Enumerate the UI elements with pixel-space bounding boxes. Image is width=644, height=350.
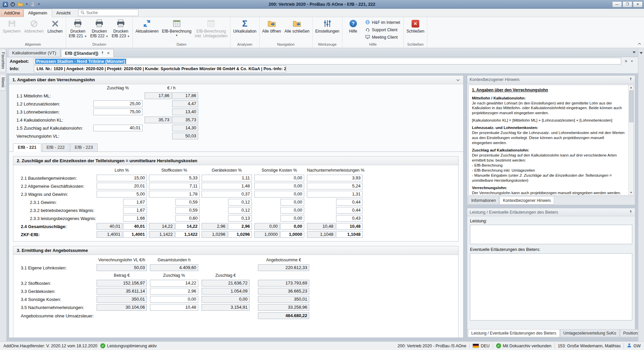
percent-input[interactable]: 5,24 <box>307 183 363 189</box>
tab-ansicht[interactable]: Ansicht <box>52 9 75 17</box>
hf-internet-button[interactable]: H&F im Internet <box>363 19 402 26</box>
percent-input[interactable]: 2,96 <box>150 288 198 295</box>
print-efb221-button[interactable]: Drucken EfB 221 ▼ <box>67 18 89 42</box>
print-efb222-button[interactable]: Drucken EfB 222 ▼ <box>89 18 110 42</box>
expand-all-button[interactable]: Alle öffnen <box>261 18 283 42</box>
erlaeuterungen-textarea[interactable] <box>470 253 632 320</box>
settings-button[interactable]: Einstellungen <box>314 18 341 42</box>
percent-input[interactable]: 1,67 <box>123 207 147 214</box>
collapse-ribbon-icon[interactable] <box>638 41 641 46</box>
tab-efb-223[interactable]: EfB - 223 <box>70 143 98 151</box>
scroll-down-icon[interactable]: ▼ <box>629 190 634 195</box>
tab-efb-standard[interactable]: EfB ([Standard]) ✕ <box>61 49 114 57</box>
german-flag-icon[interactable] <box>473 344 479 348</box>
scroll-up-icon[interactable]: ▲ <box>629 85 634 90</box>
refresh-quick-icon[interactable] <box>10 2 15 7</box>
tab-efb-222[interactable]: EfB - 222 <box>42 143 69 151</box>
percent-input[interactable]: 0,00 <box>280 199 304 206</box>
tab-informationen[interactable]: Informationen <box>468 197 499 205</box>
meeting-client-button[interactable]: Meeting Client <box>363 34 402 41</box>
close-form-button[interactable]: ✕ Schließen <box>405 18 426 42</box>
ribbon-search[interactable] <box>78 9 139 16</box>
percent-input[interactable]: 1,78 <box>149 191 200 198</box>
percent-input[interactable]: 1,48 <box>202 183 252 189</box>
percent-input[interactable]: 3,93 <box>307 175 363 181</box>
zuschlag-kl-input[interactable]: 40,01 <box>93 125 143 131</box>
percent-input[interactable]: 7,11 <box>149 183 200 189</box>
percent-input[interactable]: 0,13 <box>228 215 252 222</box>
tab-umlagezeilenverteilung[interactable]: Umlagezeilenverteilung SoKo <box>560 330 620 337</box>
collapse-section-icon[interactable] <box>456 77 460 82</box>
percent-input[interactable]: 0,43 <box>336 215 363 222</box>
percent-input[interactable]: 0,00 <box>280 207 304 214</box>
open-folder-icon[interactable] <box>17 2 23 6</box>
percent-input[interactable]: 0,00 <box>254 175 304 181</box>
percent-input[interactable]: 5,33 <box>149 175 200 181</box>
tab-efb-221[interactable]: EfB - 221 <box>13 143 41 152</box>
field-label: 1.3 Lohnnebenkosten: <box>9 110 93 115</box>
angebot-dropdown-icon[interactable]: ▼ <box>631 60 633 63</box>
close-button[interactable]: ✕ <box>633 1 643 7</box>
hint-scrollbar[interactable]: ▲ ▼ <box>628 85 634 195</box>
efb-calculation-button[interactable]: EfB-Berechnung ▼ <box>160 18 193 42</box>
percent-input[interactable]: 0,44 <box>336 207 363 214</box>
percent-input[interactable]: 0,12 <box>228 207 252 214</box>
support-client-button[interactable]: Support Client <box>363 26 402 34</box>
group-label-daten: Daten <box>134 42 229 48</box>
percent-input[interactable]: 0,37 <box>202 191 252 198</box>
close-tab-icon[interactable]: ✕ <box>107 51 110 55</box>
percent-input[interactable]: 20,01 <box>97 183 147 189</box>
percent-input[interactable]: 1,11 <box>202 175 252 181</box>
percent-input[interactable]: 1,66 <box>123 215 147 222</box>
percent-input[interactable]: 0,44 <box>336 199 363 206</box>
qat-customize-icon[interactable]: ▼ <box>38 3 40 6</box>
lohnzusatz-zuschlag-input[interactable]: 25,00 <box>93 100 143 107</box>
restore-button[interactable]: ❐ <box>623 1 632 7</box>
group-label-drucken: Drucken <box>67 42 131 48</box>
tab-leistung-erlaeuterungen[interactable]: Leistung / Eventuelle Erläuterungen des … <box>468 330 560 337</box>
lohnneben-zuschlag-input[interactable]: 75,00 <box>93 108 143 115</box>
panel-options-icon[interactable] <box>640 50 643 55</box>
pin-icon[interactable] <box>629 77 633 82</box>
app-icon[interactable]: A <box>3 2 8 7</box>
help-button[interactable]: ? Hilfe <box>343 18 363 42</box>
tab-kontexthinweis[interactable]: Kontextbezogener Hinweis <box>499 197 554 205</box>
percent-input[interactable]: 0,00 <box>150 296 198 303</box>
cancel-icon <box>30 19 38 28</box>
percent-input[interactable]: 0,12 <box>228 199 252 206</box>
status-language[interactable]: DEU <box>481 344 489 348</box>
delete-button[interactable]: Löschen <box>45 18 65 42</box>
print-efb223-button[interactable]: Drucken EfB 223 ▼ <box>110 18 131 42</box>
percent-input[interactable]: 14,22 <box>150 280 198 287</box>
leistung-textarea[interactable] <box>470 225 632 244</box>
percent-input[interactable]: 0,60 <box>175 215 200 222</box>
clear-angebot-icon[interactable]: ✕ <box>625 59 628 63</box>
tab-list-icon[interactable] <box>633 49 636 54</box>
percent-input[interactable]: 0,59 <box>175 207 200 214</box>
collapse-all-button[interactable]: Alle schließen <box>283 18 311 42</box>
percent-input[interactable]: 1,67 <box>123 199 147 206</box>
refresh-button[interactable]: Aktualisieren <box>134 18 160 42</box>
percent-input[interactable]: 15,00 <box>97 175 147 181</box>
tab-kalkulationseditor[interactable]: Kalkulationseditor (VT) <box>8 49 60 57</box>
percent-input[interactable]: 10,48 <box>150 304 198 311</box>
percent-input[interactable]: 5,00 <box>97 191 147 198</box>
percent-input[interactable]: 1,31 <box>307 191 363 198</box>
urkalkulation-button[interactable]: Σ Urkalkulation <box>231 18 258 42</box>
percent-input[interactable]: 0,59 <box>175 199 200 206</box>
percent-input[interactable]: 0,00 <box>254 191 304 198</box>
angebot-field[interactable]: Preussen Stadion - Nord Tribüne (Münster… <box>34 58 621 64</box>
folder-dropdown-icon[interactable]: ▼ <box>25 3 28 6</box>
status-user-initials[interactable]: GW <box>633 344 641 348</box>
scroll-thumb[interactable] <box>629 90 633 122</box>
percent-input[interactable]: 0,00 <box>280 215 304 222</box>
pin-icon[interactable] <box>629 210 633 215</box>
percent-input[interactable]: 0,00 <box>254 183 304 189</box>
sidebar-tab-menue[interactable]: Menü <box>0 74 6 91</box>
pin-icon[interactable] <box>101 51 104 56</box>
tab-allgemein[interactable]: Allgemein <box>23 9 52 17</box>
sidebar-tab-favoriten[interactable]: Favoriten <box>0 49 6 72</box>
search-input[interactable] <box>86 10 138 15</box>
tab-addone[interactable]: AddOne <box>1 9 23 17</box>
minimize-button[interactable]: — <box>612 1 622 7</box>
